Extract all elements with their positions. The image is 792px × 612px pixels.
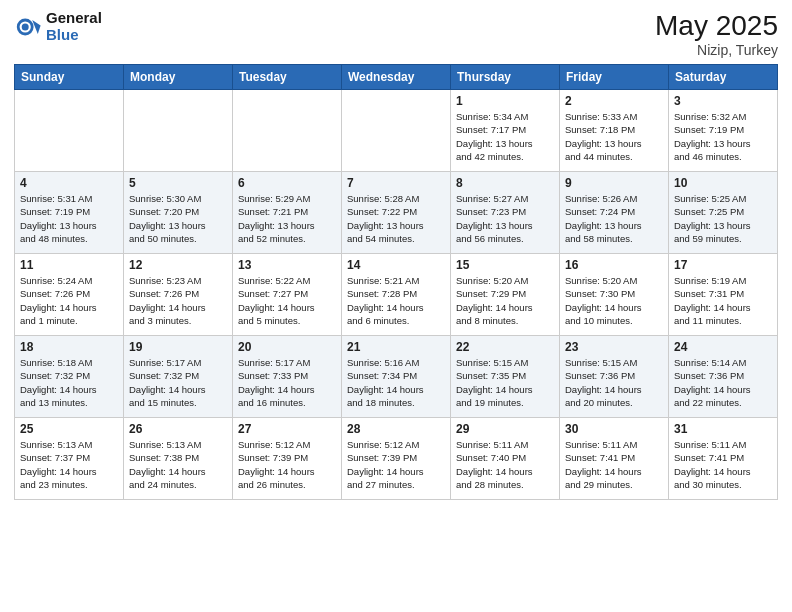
- day-number: 26: [129, 422, 227, 436]
- day-info: Sunrise: 5:28 AM Sunset: 7:22 PM Dayligh…: [347, 192, 445, 245]
- calendar-cell: [15, 90, 124, 172]
- calendar-cell: 6Sunrise: 5:29 AM Sunset: 7:21 PM Daylig…: [233, 172, 342, 254]
- title-block: May 2025 Nizip, Turkey: [655, 10, 778, 58]
- day-number: 20: [238, 340, 336, 354]
- day-number: 4: [20, 176, 118, 190]
- col-friday: Friday: [560, 65, 669, 90]
- day-info: Sunrise: 5:11 AM Sunset: 7:41 PM Dayligh…: [565, 438, 663, 491]
- location: Nizip, Turkey: [655, 42, 778, 58]
- calendar-cell: 2Sunrise: 5:33 AM Sunset: 7:18 PM Daylig…: [560, 90, 669, 172]
- day-number: 15: [456, 258, 554, 272]
- day-number: 11: [20, 258, 118, 272]
- calendar-cell: 3Sunrise: 5:32 AM Sunset: 7:19 PM Daylig…: [669, 90, 778, 172]
- day-info: Sunrise: 5:15 AM Sunset: 7:36 PM Dayligh…: [565, 356, 663, 409]
- day-number: 16: [565, 258, 663, 272]
- calendar-cell: [233, 90, 342, 172]
- day-info: Sunrise: 5:11 AM Sunset: 7:40 PM Dayligh…: [456, 438, 554, 491]
- calendar-cell: 11Sunrise: 5:24 AM Sunset: 7:26 PM Dayli…: [15, 254, 124, 336]
- day-number: 12: [129, 258, 227, 272]
- calendar-week-2: 4Sunrise: 5:31 AM Sunset: 7:19 PM Daylig…: [15, 172, 778, 254]
- calendar-cell: 29Sunrise: 5:11 AM Sunset: 7:40 PM Dayli…: [451, 418, 560, 500]
- calendar-cell: 5Sunrise: 5:30 AM Sunset: 7:20 PM Daylig…: [124, 172, 233, 254]
- calendar-cell: 4Sunrise: 5:31 AM Sunset: 7:19 PM Daylig…: [15, 172, 124, 254]
- day-info: Sunrise: 5:26 AM Sunset: 7:24 PM Dayligh…: [565, 192, 663, 245]
- day-info: Sunrise: 5:13 AM Sunset: 7:38 PM Dayligh…: [129, 438, 227, 491]
- calendar-cell: 13Sunrise: 5:22 AM Sunset: 7:27 PM Dayli…: [233, 254, 342, 336]
- day-info: Sunrise: 5:33 AM Sunset: 7:18 PM Dayligh…: [565, 110, 663, 163]
- day-number: 7: [347, 176, 445, 190]
- col-tuesday: Tuesday: [233, 65, 342, 90]
- day-info: Sunrise: 5:12 AM Sunset: 7:39 PM Dayligh…: [238, 438, 336, 491]
- calendar-week-1: 1Sunrise: 5:34 AM Sunset: 7:17 PM Daylig…: [15, 90, 778, 172]
- day-number: 31: [674, 422, 772, 436]
- day-info: Sunrise: 5:34 AM Sunset: 7:17 PM Dayligh…: [456, 110, 554, 163]
- day-number: 19: [129, 340, 227, 354]
- day-info: Sunrise: 5:15 AM Sunset: 7:35 PM Dayligh…: [456, 356, 554, 409]
- calendar-cell: 12Sunrise: 5:23 AM Sunset: 7:26 PM Dayli…: [124, 254, 233, 336]
- day-number: 23: [565, 340, 663, 354]
- day-info: Sunrise: 5:19 AM Sunset: 7:31 PM Dayligh…: [674, 274, 772, 327]
- calendar-cell: 1Sunrise: 5:34 AM Sunset: 7:17 PM Daylig…: [451, 90, 560, 172]
- logo-icon: [14, 13, 42, 41]
- calendar-table: Sunday Monday Tuesday Wednesday Thursday…: [14, 64, 778, 500]
- day-number: 27: [238, 422, 336, 436]
- day-info: Sunrise: 5:17 AM Sunset: 7:33 PM Dayligh…: [238, 356, 336, 409]
- day-info: Sunrise: 5:21 AM Sunset: 7:28 PM Dayligh…: [347, 274, 445, 327]
- calendar-cell: 17Sunrise: 5:19 AM Sunset: 7:31 PM Dayli…: [669, 254, 778, 336]
- calendar-cell: 8Sunrise: 5:27 AM Sunset: 7:23 PM Daylig…: [451, 172, 560, 254]
- day-number: 13: [238, 258, 336, 272]
- calendar-cell: 31Sunrise: 5:11 AM Sunset: 7:41 PM Dayli…: [669, 418, 778, 500]
- calendar-week-5: 25Sunrise: 5:13 AM Sunset: 7:37 PM Dayli…: [15, 418, 778, 500]
- svg-point-2: [22, 23, 29, 30]
- day-number: 29: [456, 422, 554, 436]
- day-info: Sunrise: 5:12 AM Sunset: 7:39 PM Dayligh…: [347, 438, 445, 491]
- day-number: 25: [20, 422, 118, 436]
- day-number: 9: [565, 176, 663, 190]
- day-info: Sunrise: 5:25 AM Sunset: 7:25 PM Dayligh…: [674, 192, 772, 245]
- calendar-week-4: 18Sunrise: 5:18 AM Sunset: 7:32 PM Dayli…: [15, 336, 778, 418]
- day-info: Sunrise: 5:31 AM Sunset: 7:19 PM Dayligh…: [20, 192, 118, 245]
- col-sunday: Sunday: [15, 65, 124, 90]
- day-number: 6: [238, 176, 336, 190]
- page-container: General Blue May 2025 Nizip, Turkey Sund…: [0, 0, 792, 510]
- day-info: Sunrise: 5:30 AM Sunset: 7:20 PM Dayligh…: [129, 192, 227, 245]
- calendar-cell: 30Sunrise: 5:11 AM Sunset: 7:41 PM Dayli…: [560, 418, 669, 500]
- calendar-cell: 19Sunrise: 5:17 AM Sunset: 7:32 PM Dayli…: [124, 336, 233, 418]
- calendar-week-3: 11Sunrise: 5:24 AM Sunset: 7:26 PM Dayli…: [15, 254, 778, 336]
- day-info: Sunrise: 5:22 AM Sunset: 7:27 PM Dayligh…: [238, 274, 336, 327]
- day-number: 3: [674, 94, 772, 108]
- day-number: 17: [674, 258, 772, 272]
- col-monday: Monday: [124, 65, 233, 90]
- header: General Blue May 2025 Nizip, Turkey: [14, 10, 778, 58]
- day-number: 28: [347, 422, 445, 436]
- calendar-cell: 9Sunrise: 5:26 AM Sunset: 7:24 PM Daylig…: [560, 172, 669, 254]
- day-number: 10: [674, 176, 772, 190]
- col-thursday: Thursday: [451, 65, 560, 90]
- day-number: 8: [456, 176, 554, 190]
- day-number: 2: [565, 94, 663, 108]
- calendar-cell: 28Sunrise: 5:12 AM Sunset: 7:39 PM Dayli…: [342, 418, 451, 500]
- day-info: Sunrise: 5:29 AM Sunset: 7:21 PM Dayligh…: [238, 192, 336, 245]
- day-info: Sunrise: 5:11 AM Sunset: 7:41 PM Dayligh…: [674, 438, 772, 491]
- day-info: Sunrise: 5:20 AM Sunset: 7:30 PM Dayligh…: [565, 274, 663, 327]
- day-number: 21: [347, 340, 445, 354]
- day-info: Sunrise: 5:32 AM Sunset: 7:19 PM Dayligh…: [674, 110, 772, 163]
- calendar-cell: 27Sunrise: 5:12 AM Sunset: 7:39 PM Dayli…: [233, 418, 342, 500]
- day-info: Sunrise: 5:24 AM Sunset: 7:26 PM Dayligh…: [20, 274, 118, 327]
- calendar-cell: 21Sunrise: 5:16 AM Sunset: 7:34 PM Dayli…: [342, 336, 451, 418]
- day-number: 14: [347, 258, 445, 272]
- day-info: Sunrise: 5:18 AM Sunset: 7:32 PM Dayligh…: [20, 356, 118, 409]
- day-number: 5: [129, 176, 227, 190]
- calendar-cell: [342, 90, 451, 172]
- calendar-cell: [124, 90, 233, 172]
- calendar-cell: 23Sunrise: 5:15 AM Sunset: 7:36 PM Dayli…: [560, 336, 669, 418]
- day-number: 24: [674, 340, 772, 354]
- calendar-cell: 20Sunrise: 5:17 AM Sunset: 7:33 PM Dayli…: [233, 336, 342, 418]
- logo: General Blue: [14, 10, 102, 43]
- day-info: Sunrise: 5:20 AM Sunset: 7:29 PM Dayligh…: [456, 274, 554, 327]
- calendar-cell: 7Sunrise: 5:28 AM Sunset: 7:22 PM Daylig…: [342, 172, 451, 254]
- day-number: 1: [456, 94, 554, 108]
- calendar-cell: 26Sunrise: 5:13 AM Sunset: 7:38 PM Dayli…: [124, 418, 233, 500]
- col-saturday: Saturday: [669, 65, 778, 90]
- day-number: 22: [456, 340, 554, 354]
